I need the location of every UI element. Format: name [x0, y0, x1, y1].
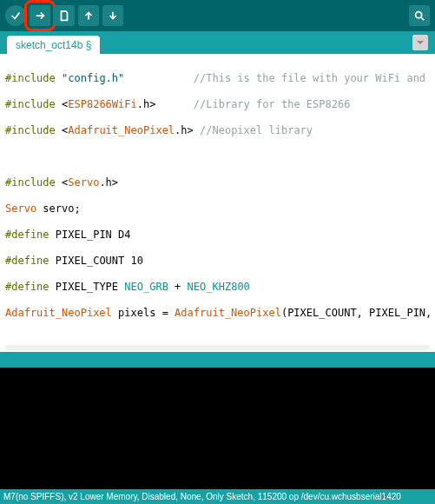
serial-monitor-button[interactable] — [409, 5, 430, 26]
code-line: Adafruit_NeoPixel pixels = Adafruit_NeoP… — [5, 307, 430, 320]
svg-point-0 — [416, 12, 422, 18]
save-sketch-button[interactable] — [102, 5, 123, 26]
tab-bar: sketch_oct14b § — [0, 31, 435, 54]
code-line: #include "config.h" //This is the file w… — [5, 72, 430, 85]
code-line — [5, 150, 430, 163]
upload-button[interactable] — [30, 5, 50, 26]
code-line: #include <Servo.h> — [5, 176, 430, 189]
output-console[interactable] — [0, 368, 435, 489]
magnifier-icon — [413, 10, 425, 22]
code-line — [5, 333, 430, 346]
message-bar — [0, 352, 435, 368]
editor-h-scrollbar[interactable] — [5, 345, 430, 350]
arrow-up-icon — [82, 10, 95, 22]
check-icon — [10, 10, 22, 22]
new-sketch-button[interactable] — [54, 5, 75, 26]
code-line: #define PIXEL_PIN D4 — [5, 229, 430, 242]
open-sketch-button[interactable] — [78, 5, 99, 26]
active-tab[interactable]: sketch_oct14b § — [7, 36, 100, 54]
main-toolbar — [0, 0, 435, 31]
code-line: #define PIXEL_COUNT 10 — [5, 255, 430, 268]
file-icon — [58, 10, 70, 22]
code-editor[interactable]: #include "config.h" //This is the file w… — [0, 54, 435, 352]
chevron-down-icon — [416, 38, 425, 47]
code-line: #define PIXEL_TYPE NEO_GRB + NEO_KHZ800 — [5, 281, 430, 294]
code-line: #include <ESP8266WiFi.h> //Library for t… — [5, 98, 430, 111]
tab-menu-button[interactable] — [412, 35, 428, 50]
code-line: Servo servo; — [5, 202, 430, 216]
arrow-down-icon — [107, 10, 119, 22]
board-status-bar: M7(no SPIFFS), v2 Lower Memory, Disabled… — [0, 489, 435, 504]
code-line: #include <Adafruit_NeoPixel.h> //Neopixe… — [5, 124, 430, 137]
verify-button[interactable] — [5, 5, 26, 26]
arrow-right-icon — [34, 10, 46, 22]
